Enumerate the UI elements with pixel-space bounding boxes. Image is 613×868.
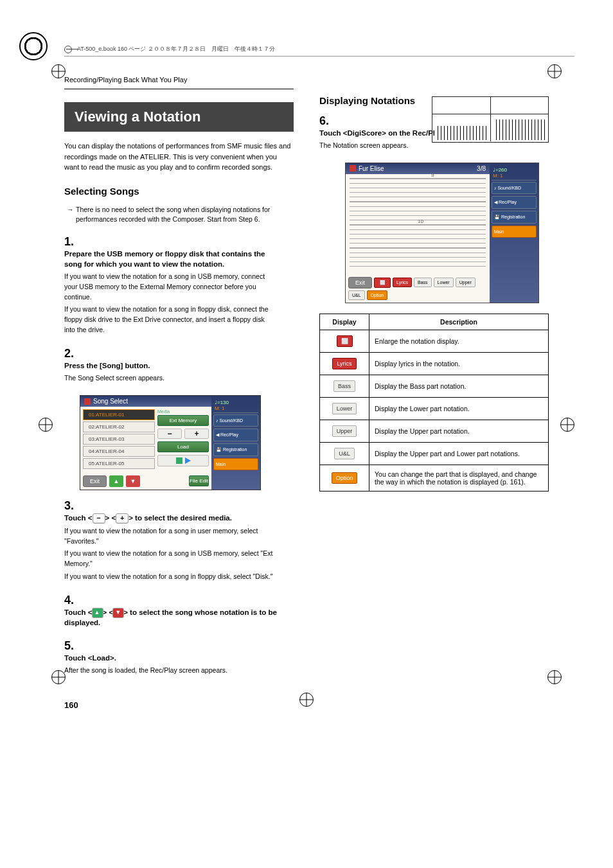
step-2-p1: The Song Select screen appears. bbox=[64, 373, 277, 384]
step-3: 3. Touch <−> <+> to select the desired m… bbox=[64, 499, 294, 585]
enlarge-icon: ⬜ bbox=[337, 335, 353, 347]
lower-icon: Lower bbox=[332, 403, 357, 414]
dot-rule bbox=[64, 198, 294, 199]
ss-load[interactable]: Load bbox=[157, 441, 209, 452]
note-icon bbox=[84, 398, 91, 405]
notation-side-reg[interactable]: 💾 Registration bbox=[492, 211, 537, 224]
notation-side-sound[interactable]: ♪ Sound/KBD bbox=[492, 182, 537, 194]
plus-icon: + bbox=[116, 513, 129, 524]
ss-item-3[interactable]: 03:ATELIER-03 bbox=[83, 434, 155, 445]
ss-item-1[interactable]: 01:ATELIER-01 bbox=[83, 409, 155, 420]
row-2-desc: Display the Bass part notation. bbox=[369, 375, 549, 397]
lower-btn[interactable]: Lower bbox=[434, 278, 454, 287]
play-icon[interactable] bbox=[185, 457, 191, 464]
ss-side-main[interactable]: Main bbox=[213, 458, 258, 470]
reg-mark-mr bbox=[560, 418, 574, 432]
stop-icon[interactable] bbox=[176, 457, 182, 464]
ss-up[interactable]: ▲ bbox=[109, 475, 123, 487]
lyrics-btn[interactable]: Lyrics bbox=[393, 278, 412, 287]
step-1-title: Prepare the USB memory or floppy disk th… bbox=[64, 249, 277, 269]
step-1-num: 1. bbox=[64, 235, 78, 249]
step-4-title: Touch <> <> to select the song whose not… bbox=[64, 607, 277, 628]
step-1-p1: If you want to view the notation for a s… bbox=[64, 272, 277, 302]
ss-item-4[interactable]: 04:ATELIER-04 bbox=[83, 446, 155, 457]
page-title: Viewing a Notation bbox=[64, 102, 294, 132]
notation-side-main[interactable]: Main bbox=[492, 226, 537, 238]
ul-icon: U&L bbox=[334, 448, 355, 459]
step-3-num: 3. bbox=[64, 499, 78, 513]
step-5-p1: After the song is loaded, the Rec/Play s… bbox=[64, 666, 277, 676]
ss-side-rec[interactable]: ◀ Rec/Play bbox=[213, 429, 258, 441]
notation-exit[interactable]: Exit bbox=[348, 277, 372, 288]
breadcrumb: Recording/Playing Back What You Play bbox=[64, 76, 294, 84]
step-1-p2: If you want to view the notation for a s… bbox=[64, 305, 277, 335]
reg-mark-ml bbox=[39, 418, 53, 432]
step-5: 5. Touch <Load>. After the song is loade… bbox=[64, 639, 294, 678]
ss-down[interactable]: ▼ bbox=[126, 475, 140, 487]
th-display: Display bbox=[320, 314, 369, 330]
ss-plus[interactable]: + bbox=[184, 429, 209, 439]
step-5-num: 5. bbox=[64, 639, 78, 653]
row-6-desc: You can change the part that is displaye… bbox=[369, 465, 549, 491]
selecting-songs-heading: Selecting Songs bbox=[64, 186, 294, 197]
minus-icon: − bbox=[93, 513, 105, 524]
enlarge-btn[interactable]: ⬜ bbox=[374, 278, 391, 288]
reg-mark-bl bbox=[51, 670, 66, 684]
table-row: Upper Display the Upper part notation. bbox=[320, 420, 549, 442]
ss-media-label: Media bbox=[157, 409, 209, 414]
step-2: 2. Press the [Song] button. The Song Sel… bbox=[64, 347, 294, 386]
ul-btn[interactable]: U&L bbox=[348, 290, 365, 300]
step-1: 1. Prepare the USB memory or floppy disk… bbox=[64, 235, 294, 338]
row-1-desc: Display lyrics in the notation. bbox=[369, 352, 549, 375]
description-table: Display Description ⬜ Enlarge the notati… bbox=[319, 314, 549, 492]
ss-side-reg[interactable]: 💾 Registration bbox=[213, 443, 258, 456]
table-row: ⬜ Enlarge the notation display. bbox=[320, 330, 549, 352]
option-btn[interactable]: Option bbox=[367, 290, 388, 300]
step-3-p3: If you want to view the notation for a s… bbox=[64, 572, 277, 582]
ss-file-edit[interactable]: File Edit bbox=[189, 475, 209, 486]
step-3-p2: If you want to view the notation for a s… bbox=[64, 549, 277, 569]
notation-side-rec[interactable]: ◀ Rec/Play bbox=[492, 196, 537, 209]
table-row: Bass Display the Bass part notation. bbox=[320, 375, 549, 397]
ss-tempo: ♩=130M: 1 bbox=[213, 398, 258, 413]
ss-item-2[interactable]: 02:ATELIER-02 bbox=[83, 421, 155, 432]
notation-score: 8 10 bbox=[346, 174, 490, 274]
down-arrow-icon bbox=[113, 608, 123, 617]
reg-mark-bc bbox=[299, 693, 314, 707]
row-5-desc: Display the Upper part and Lower part no… bbox=[369, 442, 549, 465]
ss-media-select[interactable]: Ext Memory bbox=[157, 415, 209, 426]
table-row: Option You can change the part that is d… bbox=[320, 465, 549, 491]
song-select-screenshot: Song Select 01:ATELIER-01 02:ATELIER-02 … bbox=[80, 395, 294, 490]
option-icon: Option bbox=[332, 472, 358, 484]
section-rule bbox=[64, 89, 294, 89]
step-6-num: 6. bbox=[319, 114, 333, 128]
step-5-title: Touch <Load>. bbox=[64, 653, 277, 663]
row-3-desc: Display the Lower part notation. bbox=[369, 397, 549, 420]
step-2-num: 2. bbox=[64, 347, 78, 360]
reg-mark-br bbox=[547, 670, 562, 684]
ss-exit[interactable]: Exit bbox=[83, 475, 107, 487]
th-desc: Description bbox=[369, 314, 549, 330]
note-icon bbox=[350, 165, 356, 172]
intro-text: You can display the notations of perform… bbox=[64, 141, 294, 173]
upper-btn[interactable]: Upper bbox=[456, 278, 475, 287]
bass-btn[interactable]: Bass bbox=[414, 278, 432, 287]
notation-tempo: ♩=260M: 1 bbox=[492, 166, 537, 181]
reg-mark-tr bbox=[547, 64, 562, 78]
notation-titlebar: Fur Elise 3/8 bbox=[346, 163, 490, 174]
step-4: 4. Touch <> <> to select the song whose … bbox=[64, 594, 294, 630]
table-row: Lower Display the Lower part notation. bbox=[320, 397, 549, 420]
step-3-title: Touch <−> <+> to select the desired medi… bbox=[64, 513, 277, 524]
upper-icon: Upper bbox=[332, 425, 357, 437]
reg-mark-tl bbox=[51, 64, 66, 78]
row-0-desc: Enlarge the notation display. bbox=[369, 330, 549, 352]
ss-side-sound[interactable]: ♪ Sound/KBD bbox=[213, 414, 258, 427]
lyrics-icon: Lyrics bbox=[332, 358, 356, 369]
header-note: AT-500_e.book 160 ページ ２００８年７月２８日 月曜日 午後４… bbox=[64, 45, 574, 57]
ss-item-5[interactable]: 05:ATELIER-05 bbox=[83, 458, 155, 469]
step-3-p1: If you want to view the notation for a s… bbox=[64, 526, 277, 547]
table-row: Lyrics Display lyrics in the notation. bbox=[320, 352, 549, 375]
row-4-desc: Display the Upper part notation. bbox=[369, 420, 549, 442]
ss-minus[interactable]: − bbox=[157, 429, 182, 439]
table-row: U&L Display the Upper part and Lower par… bbox=[320, 442, 549, 465]
